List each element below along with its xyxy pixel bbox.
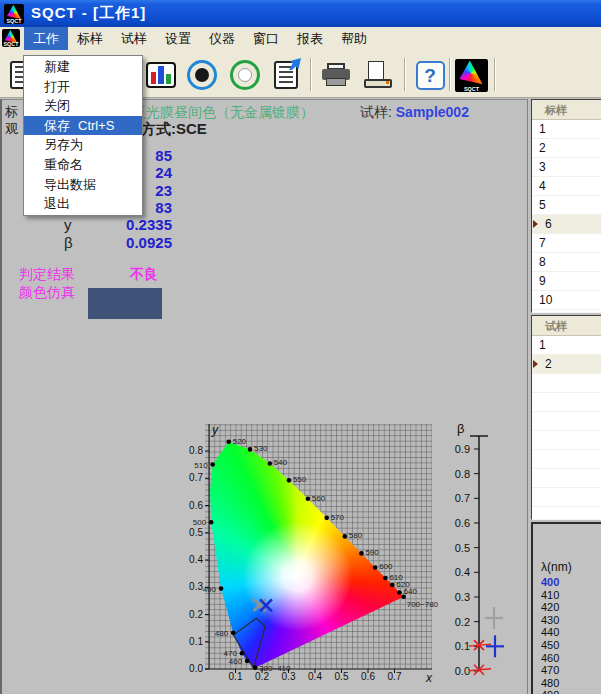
chart-view-button[interactable] [143, 57, 179, 93]
menubar-item[interactable]: 工作 [24, 27, 68, 50]
list-item[interactable]: 9 [532, 272, 601, 291]
measure-standard-button[interactable] [184, 57, 220, 93]
list-item[interactable]: 2 [532, 139, 601, 158]
test-list-panel: 试样 12 [531, 315, 601, 520]
y-tick-label: 0.5 [179, 527, 203, 538]
empty-list-row[interactable] [532, 431, 601, 450]
wavelength-item[interactable]: 420 [533, 601, 601, 614]
context-menu-item[interactable]: 保存Ctrl+S [24, 116, 142, 136]
standard-list-panel: 标样 1234567891011 [531, 99, 601, 313]
list-item[interactable]: 5 [532, 196, 601, 215]
y-tick-label: 0.8 [179, 445, 203, 456]
wavelength-item[interactable]: 460 [533, 652, 601, 665]
empty-list-row[interactable] [532, 374, 601, 393]
menubar-item[interactable]: 帮助 [332, 27, 376, 50]
context-menu-item[interactable]: 关闭 [24, 96, 142, 116]
svg-text:520: 520 [233, 437, 247, 446]
context-menu-item[interactable]: 打开 [24, 77, 142, 97]
menubar-item[interactable]: 报表 [288, 27, 332, 50]
list-item[interactable]: 1 [532, 336, 601, 355]
list-item[interactable]: 2 [532, 355, 601, 374]
svg-text:510: 510 [194, 461, 208, 470]
list-item[interactable]: 11 [532, 310, 601, 313]
list-item[interactable]: 1 [532, 120, 601, 139]
sample-beta-marker [486, 635, 504, 657]
sqct-logo-icon: SQCT [455, 59, 488, 92]
svg-text:0.3: 0.3 [455, 591, 470, 603]
empty-list-row[interactable] [532, 469, 601, 488]
y-axis-label: y [212, 423, 218, 437]
svg-text:0.4: 0.4 [455, 566, 470, 578]
svg-text:490: 490 [203, 585, 217, 594]
list-item-label: 1 [539, 122, 546, 136]
x-tick-label: 0.1 [224, 671, 248, 682]
menubar-item[interactable]: 设置 [156, 27, 200, 50]
print-button[interactable] [318, 57, 354, 93]
help-icon: ? [416, 61, 445, 90]
chromaticity-plot: 380~410460470480490500510520530540550560… [205, 424, 432, 669]
wavelength-item[interactable]: 440 [533, 626, 601, 639]
work-context-menu: 新建打开关闭保存Ctrl+S另存为重命名导出数据退出 [23, 55, 143, 216]
wavelength-item[interactable]: 490 [533, 689, 601, 694]
svg-text:640: 640 [404, 587, 418, 596]
context-menu-item[interactable]: 另存为 [24, 135, 142, 155]
about-sqct-button[interactable]: SQCT [453, 57, 489, 93]
context-menu-item[interactable]: 导出数据 [24, 175, 142, 195]
measurement-value: 0.2335 [72, 216, 172, 233]
print-preview-button[interactable] [360, 57, 396, 93]
list-item[interactable]: 8 [532, 253, 601, 272]
list-item-label: 2 [539, 141, 546, 155]
context-menu-item[interactable]: 退出 [24, 194, 142, 214]
wavelength-item[interactable]: 470 [533, 664, 601, 677]
wavelength-item[interactable]: 410 [533, 589, 601, 602]
empty-list-row[interactable] [532, 488, 601, 507]
standard-list-header: 标样 [532, 100, 601, 120]
bar-chart-icon [146, 62, 176, 88]
empty-list-row[interactable] [532, 412, 601, 431]
wavelength-item[interactable]: 400 [533, 576, 601, 589]
wavelength-item[interactable]: 450 [533, 639, 601, 652]
svg-text:460: 460 [229, 657, 243, 666]
printer-icon [322, 63, 350, 87]
right-sidebar: 标样 1234567891011 试样 12 λ(nm) 40041042043… [527, 99, 601, 694]
wavelength-header: λ(nm) [533, 524, 601, 576]
y-tick-label: 0.6 [179, 500, 203, 511]
wavelength-item[interactable]: 480 [533, 677, 601, 690]
result-badge: 不良 [130, 266, 158, 284]
empty-list-row[interactable] [532, 393, 601, 412]
list-item[interactable]: 4 [532, 177, 601, 196]
menubar-item[interactable]: 窗口 [244, 27, 288, 50]
tolerance-low-marker [469, 665, 491, 675]
menubar-item[interactable]: 标样 [68, 27, 112, 50]
color-simulation-label: 颜色仿真 [19, 284, 75, 302]
menubar-item[interactable]: 仪器 [200, 27, 244, 50]
list-item[interactable]: 10 [532, 291, 601, 310]
export-report-button[interactable] [268, 57, 304, 93]
context-menu-item[interactable]: 重命名 [24, 155, 142, 175]
x-tick-label: 0.7 [383, 671, 407, 682]
wavelength-item[interactable]: 430 [533, 614, 601, 627]
context-menu-item[interactable]: 新建 [24, 57, 142, 77]
sample-point-marker [260, 599, 272, 611]
empty-list-row[interactable] [532, 450, 601, 469]
help-button[interactable]: ? [412, 57, 448, 93]
selected-row-marker [533, 360, 538, 368]
measure-target-icon [187, 60, 217, 90]
empty-list-row[interactable] [532, 507, 601, 520]
list-item[interactable]: 6 [532, 215, 601, 234]
calibrate-button[interactable] [227, 57, 263, 93]
svg-text:700~780: 700~780 [407, 600, 439, 609]
list-item-label: 7 [539, 236, 546, 250]
svg-text:540: 540 [274, 458, 288, 467]
list-item[interactable]: 3 [532, 158, 601, 177]
svg-text:560: 560 [312, 494, 326, 503]
list-item-label: 1 [539, 338, 546, 352]
menubar-item[interactable]: 试样 [112, 27, 156, 50]
mode-text: 方式:SCE [141, 120, 207, 139]
svg-text:530: 530 [254, 444, 268, 453]
wavelength-rows: 400410420430440450460470480490 [533, 576, 601, 694]
list-item[interactable]: 7 [532, 234, 601, 253]
y-tick-label: 0.7 [179, 472, 203, 483]
child-window-icon[interactable]: SQCT [2, 29, 20, 47]
list-item-label: 11 [539, 312, 551, 313]
